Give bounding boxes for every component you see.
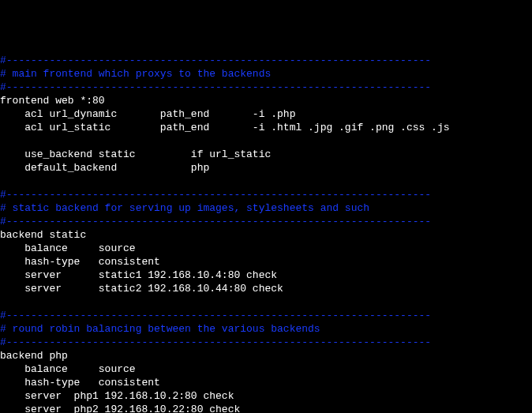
config-line: #---------------------------------------… [0,336,431,348]
config-line: #---------------------------------------… [0,189,431,201]
config-line: hash-type consistent [0,256,160,268]
config-line: # main frontend which proxys to the back… [0,68,271,80]
config-line: hash-type consistent [0,377,160,389]
config-line: #---------------------------------------… [0,81,431,93]
config-line: server static2 192.168.10.44:80 check [0,283,283,295]
config-line: #---------------------------------------… [0,310,431,321]
config-line: # round robin balancing between the vari… [0,323,320,335]
config-line: balance source [0,363,136,375]
config-line: server static1 192.168.10.4:80 check [0,269,277,281]
config-line: default_backend php [0,162,209,174]
config-line: frontend web *:80 [0,95,105,107]
config-line: server php1 192.168.10.2:80 check [0,390,234,402]
config-line: #---------------------------------------… [0,54,431,66]
config-line: backend static [0,229,86,241]
config-line: server php2 192.168.10.22:80 check [0,404,240,413]
config-line: acl url_static path_end -i .html .jpg .g… [0,122,450,133]
config-line: #---------------------------------------… [0,216,431,227]
config-line: use_backend static if url_static [0,148,271,160]
config-line: # static backend for serving up images, … [0,202,369,214]
config-line: balance source [0,242,136,254]
config-line: acl url_dynamic path_end -i .php [0,108,295,120]
config-line: backend php [0,350,68,362]
config-file-viewer: #---------------------------------------… [0,54,532,413]
